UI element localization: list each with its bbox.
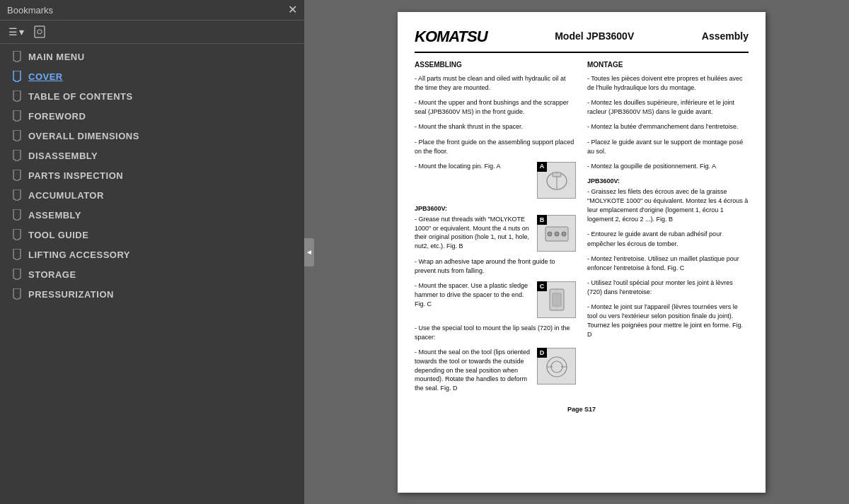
bookmark-item-tool-guide[interactable]: TOOL GUIDE — [0, 225, 304, 245]
bookmark-label: DISASSEMBLY — [28, 151, 98, 161]
jpb-right: - Graissez les filets des écrous avec de… — [587, 187, 749, 224]
bookmark-item-cover[interactable]: COVER — [0, 66, 304, 86]
close-button[interactable]: ✕ — [288, 4, 297, 16]
bookmark-label: OVERALL DIMENSIONS — [28, 131, 139, 141]
bookmark-item-foreword[interactable]: FOREWORD — [0, 106, 304, 126]
svg-point-6 — [548, 232, 552, 236]
ribbon-icon — [11, 268, 23, 281]
bookmark-label: ASSEMBLY — [28, 210, 81, 221]
step1-left: - Mount the upper and front bushings and… — [415, 98, 576, 117]
right-column: MONTAGE - Toutes les pièces doivent etre… — [587, 60, 749, 398]
bookmarks-panel: Bookmarks ✕ ☰ ▾ MAIN MENU COVER TABLE OF… — [0, 0, 304, 504]
fig-c-left: - Mount the spacer. Use a plastic sledge… — [415, 281, 576, 318]
doc-model: Model JPB3600V — [555, 30, 634, 44]
svg-point-8 — [562, 232, 566, 236]
chevron-down-icon: ▾ — [19, 26, 24, 37]
svg-point-1 — [37, 30, 42, 34]
ribbon-icon — [11, 228, 23, 241]
step4-left: - Mount the locating pin. Fig. A — [415, 162, 531, 171]
doc-header: KOMATSU Model JPB3600V Assembly — [415, 26, 749, 54]
seal-right: - Utilisez l'outil spécial pour monter l… — [587, 279, 749, 297]
list-view-button[interactable]: ☰ ▾ — [6, 24, 27, 40]
ribbon-icon — [11, 288, 23, 300]
fig-b-left: - Grease nut threads with "MOLYKOTE 1000… — [415, 215, 576, 252]
seal-left: - Use the special tool to mount the lip … — [415, 324, 576, 342]
step3-right: - Placez le guide avant sur le support d… — [587, 138, 749, 156]
intro-right: - Toutes les pièces doivent etre propres… — [587, 74, 749, 93]
jpb-left: - Grease nut threads with "MOLYKOTE 1000… — [415, 215, 531, 250]
step2-right: - Montez la butée d'emmanchement dans l'… — [587, 122, 749, 131]
bookmarks-header: Bookmarks ✕ — [0, 0, 304, 20]
fig-a-left: - Mount the locating pin. Fig. A A — [415, 162, 576, 199]
svg-point-7 — [555, 232, 559, 236]
right-heading: MONTAGE — [587, 60, 749, 70]
mount-right: - Montez le joint sur l'appareil (lèvres… — [587, 303, 749, 339]
doc-section: Assembly — [702, 30, 749, 44]
document-page: KOMATSU Model JPB3600V Assembly ASSEMBLI… — [398, 12, 766, 493]
bookmark-label: MAIN MENU — [28, 52, 85, 62]
page-number: Page S17 — [415, 405, 749, 414]
bookmark-item-overall-dim[interactable]: OVERALL DIMENSIONS — [0, 126, 304, 146]
fig-d-label: D — [537, 348, 547, 358]
jpb-right-heading: JPB3600V: — [587, 177, 749, 186]
bookmark-label: ACCUMULATOR — [28, 190, 104, 201]
fig-c-label: C — [537, 281, 547, 291]
bookmark-item-disassembly[interactable]: DISASSEMBLY — [0, 146, 304, 165]
bookmark-item-pressurization[interactable]: PRESSURIZATION — [0, 284, 304, 304]
collapse-tab[interactable]: ◄ — [304, 238, 314, 266]
tape-right: - Entourez le guide avant de ruban adhés… — [587, 230, 749, 248]
ribbon-icon — [11, 248, 23, 261]
bookmark-item-main-menu[interactable]: MAIN MENU — [0, 47, 304, 66]
ribbon-icon — [11, 189, 23, 201]
ribbon-icon — [11, 110, 23, 122]
bookmark-list: MAIN MENU COVER TABLE OF CONTENTS FOREWO… — [0, 44, 304, 504]
tape-left: - Wrap an adhesive tape around the front… — [415, 257, 576, 276]
fig-a-label: A — [537, 162, 547, 172]
bookmark-item-accumulator[interactable]: ACCUMULATOR — [0, 185, 304, 205]
tag-icon — [34, 25, 45, 38]
fig-b-image: B — [537, 215, 576, 252]
bookmark-item-assembly[interactable]: ASSEMBLY — [0, 205, 304, 225]
bookmark-label: PARTS INSPECTION — [28, 170, 123, 181]
doc-body: ASSEMBLING - All parts must be clean and… — [415, 60, 749, 398]
fig-b-label: B — [537, 215, 547, 225]
bookmark-label: TOOL GUIDE — [28, 230, 88, 240]
list-icon: ☰ — [8, 26, 18, 37]
step2-left: - Mount the shank thrust in the spacer. — [415, 122, 576, 131]
ribbon-icon — [11, 149, 23, 162]
jpb-left-heading: JPB3600V: — [415, 204, 576, 213]
fig-d-left: - Mount the seal on the tool (lips orien… — [415, 348, 576, 392]
svg-rect-0 — [35, 26, 45, 37]
intro-left: - All parts must be clean and oiled with… — [415, 74, 576, 93]
bookmark-item-storage[interactable]: STORAGE — [0, 264, 304, 284]
bookmark-label: LIFTING ACCESSORY — [28, 250, 130, 260]
bookmark-label: FOREWORD — [28, 111, 86, 122]
ribbon-icon — [11, 129, 23, 142]
svg-rect-3 — [553, 172, 561, 177]
ribbon-icon — [11, 50, 23, 63]
bookmark-item-parts[interactable]: PARTS INSPECTION — [0, 165, 304, 185]
bookmark-item-toc[interactable]: TABLE OF CONTENTS — [0, 86, 304, 106]
ribbon-icon — [11, 70, 23, 83]
komatsu-logo: KOMATSU — [415, 26, 487, 48]
left-heading: ASSEMBLING — [415, 60, 576, 70]
document-panel: ◄ KOMATSU Model JPB3600V Assembly ASSEMB… — [304, 0, 849, 504]
bookmark-label: PRESSURIZATION — [28, 289, 114, 300]
spacer-left: - Mount the spacer. Use a plastic sledge… — [415, 281, 531, 308]
step1-right: - Montez les douilles supérieure, inféri… — [587, 98, 749, 117]
bookmark-item-lifting[interactable]: LIFTING ACCESSORY — [0, 245, 304, 264]
fig-d-image: D — [537, 348, 576, 385]
bookmark-label: TABLE OF CONTENTS — [28, 91, 133, 102]
mount-left: - Mount the seal on the tool (lips orien… — [415, 348, 531, 392]
ribbon-icon — [11, 209, 23, 221]
fig-a-image: A — [537, 162, 576, 199]
step4-right: - Montez la goupille de positionnement. … — [587, 162, 749, 171]
fig-c-image: C — [537, 281, 576, 318]
bookmark-label: STORAGE — [28, 269, 76, 280]
bookmark-label: COVER — [28, 71, 63, 82]
ribbon-icon — [11, 169, 23, 182]
step3-left: - Place the front guide on the assemblin… — [415, 138, 576, 156]
spacer-right: - Montez l'entretoise. Utilisez un maill… — [587, 254, 749, 273]
bookmark-icon-button[interactable] — [31, 23, 48, 40]
toolbar: ☰ ▾ — [0, 20, 304, 44]
